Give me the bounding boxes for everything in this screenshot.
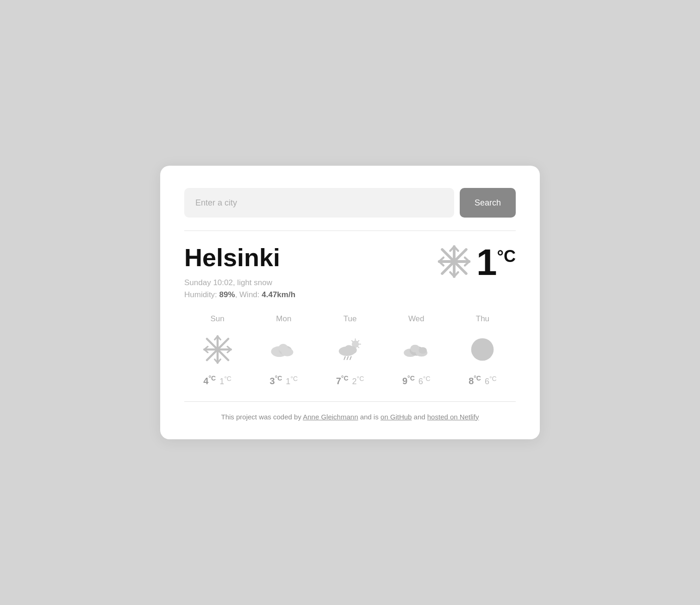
svg-point-29 <box>281 348 294 356</box>
low-wed: 6°C <box>419 375 431 387</box>
day-label-wed: Wed <box>408 314 425 324</box>
temps-sun: 4°C 1°C <box>203 374 231 387</box>
day-label-tue: Tue <box>344 314 357 324</box>
svg-point-25 <box>215 347 219 351</box>
svg-line-35 <box>352 341 353 342</box>
search-row: Search <box>184 188 516 218</box>
temps-mon: 3°C 1°C <box>270 374 298 387</box>
city-info: Helsinki Sunday 10:02, light snow Humidi… <box>184 244 295 299</box>
footer-text2: and is <box>358 413 380 421</box>
weather-description: Sunday 10:02, light snow <box>184 278 295 287</box>
low-sun: 1°C <box>219 375 231 387</box>
forecast-day-sun: Sun 4°C <box>184 314 250 387</box>
svg-line-34 <box>358 346 359 348</box>
svg-point-47 <box>471 338 494 361</box>
forecast-icon-wed <box>401 333 431 366</box>
svg-line-39 <box>344 356 345 359</box>
city-search-input[interactable] <box>184 188 454 218</box>
forecast-section: Sun 4°C <box>184 314 516 387</box>
day-label-mon: Mon <box>276 314 291 324</box>
high-tue: 7°C <box>336 374 349 387</box>
wind-label: Wind: <box>239 290 259 299</box>
high-mon: 3°C <box>270 374 282 387</box>
svg-point-46 <box>419 347 427 354</box>
forecast-icon-sun <box>203 333 232 366</box>
footer-text1: This project was coded by <box>221 413 303 421</box>
svg-point-38 <box>345 345 353 351</box>
temps-wed: 9°C 6°C <box>402 374 431 387</box>
wind-value: 4.47km/h <box>262 290 295 299</box>
humidity-label: Humidity: <box>184 290 217 299</box>
weather-card: Search Helsinki Sunday 10:02, light snow… <box>160 166 540 439</box>
forecast-day-wed: Wed 9°C 6°C <box>383 314 450 387</box>
current-weather-icon <box>438 245 471 280</box>
low-thu: 6°C <box>485 375 497 387</box>
footer-github-link[interactable]: on GitHub <box>381 413 412 421</box>
forecast-day-mon: Mon 3°C 1°C <box>250 314 317 387</box>
low-mon: 1°C <box>286 375 298 387</box>
footer-netlify-link[interactable]: hosted on Netlify <box>427 413 479 421</box>
forecast-icon-mon <box>269 333 299 366</box>
weather-details: Humidity: 89%, Wind: 4.47km/h <box>184 290 295 299</box>
forecast-day-thu: Thu 8°C 6°C <box>450 314 516 387</box>
high-wed: 9°C <box>402 374 415 387</box>
temps-thu: 8°C 6°C <box>469 374 497 387</box>
forecast-icon-tue <box>335 333 365 366</box>
svg-line-32 <box>358 341 359 342</box>
low-tue: 2°C <box>352 375 364 387</box>
footer-text3: and <box>412 413 427 421</box>
day-label-thu: Thu <box>476 314 489 324</box>
current-temperature: 1°C <box>476 244 516 281</box>
day-label-sun: Sun <box>210 314 224 324</box>
current-temp-icon: 1°C <box>438 244 516 281</box>
forecast-day-tue: Tue <box>317 314 383 387</box>
search-button[interactable]: Search <box>460 188 516 218</box>
svg-line-40 <box>347 356 349 359</box>
current-weather-section: Helsinki Sunday 10:02, light snow Humidi… <box>184 244 516 299</box>
svg-line-41 <box>350 356 351 359</box>
temps-tue: 7°C 2°C <box>336 374 364 387</box>
high-thu: 8°C <box>469 374 481 387</box>
footer-divider <box>184 401 516 402</box>
footer-author-link[interactable]: Anne Gleichmann <box>303 413 358 421</box>
city-name: Helsinki <box>184 244 295 271</box>
high-sun: 4°C <box>203 374 216 387</box>
search-divider <box>184 231 516 231</box>
humidity-value: 89% <box>219 290 235 299</box>
forecast-icon-thu <box>468 333 497 366</box>
svg-point-12 <box>451 259 457 265</box>
footer: This project was coded by Anne Gleichman… <box>184 413 516 421</box>
